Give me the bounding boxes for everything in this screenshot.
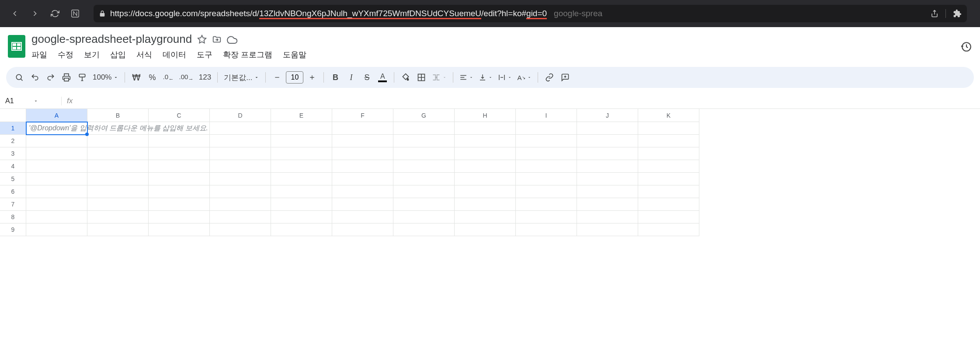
cell[interactable]: [393, 185, 455, 198]
italic-button[interactable]: I: [344, 70, 358, 84]
row-header-4[interactable]: 4: [0, 160, 26, 173]
cell[interactable]: [332, 160, 393, 173]
cell[interactable]: [149, 135, 210, 147]
row-header-7[interactable]: 7: [0, 198, 26, 211]
cell[interactable]: [149, 160, 210, 173]
cell[interactable]: [149, 198, 210, 211]
cell[interactable]: [210, 223, 271, 236]
cell[interactable]: [271, 173, 332, 185]
currency-button[interactable]: ₩: [129, 70, 143, 84]
history-icon[interactable]: [961, 41, 972, 52]
col-header-c[interactable]: C: [149, 109, 210, 122]
col-header-j[interactable]: J: [577, 109, 638, 122]
cell[interactable]: [393, 160, 455, 173]
cell[interactable]: [332, 135, 393, 147]
col-header-d[interactable]: D: [210, 109, 271, 122]
cell[interactable]: [332, 211, 393, 223]
cell[interactable]: [455, 135, 516, 147]
cell[interactable]: [516, 135, 577, 147]
cell[interactable]: [210, 173, 271, 185]
cell[interactable]: [638, 185, 699, 198]
share-icon[interactable]: [931, 10, 938, 17]
row-header-8[interactable]: 8: [0, 211, 26, 223]
insert-comment-button[interactable]: [558, 70, 572, 84]
cell[interactable]: [638, 147, 699, 160]
cell[interactable]: [516, 211, 577, 223]
undo-button[interactable]: [28, 70, 42, 84]
increase-font-button[interactable]: [305, 70, 319, 84]
cell[interactable]: [638, 160, 699, 173]
cell[interactable]: [577, 223, 638, 236]
url-bar[interactable]: https://docs.google.com/spreadsheets/d/1…: [94, 5, 967, 22]
cell[interactable]: [516, 185, 577, 198]
cell[interactable]: [26, 185, 87, 198]
move-folder-icon[interactable]: [212, 35, 222, 44]
menu-format[interactable]: 서식: [136, 49, 152, 60]
menu-extensions[interactable]: 확장 프로그램: [223, 49, 272, 60]
redo-button[interactable]: [44, 70, 58, 84]
cell[interactable]: [149, 173, 210, 185]
cell[interactable]: [577, 211, 638, 223]
sheets-logo[interactable]: [8, 35, 25, 58]
cell[interactable]: [393, 198, 455, 211]
font-dropdown[interactable]: 기본값...: [222, 70, 261, 84]
select-all-corner[interactable]: [0, 109, 26, 122]
cell[interactable]: [87, 223, 149, 236]
cell[interactable]: [332, 173, 393, 185]
cell[interactable]: [516, 198, 577, 211]
cell[interactable]: [26, 135, 87, 147]
cell[interactable]: [332, 223, 393, 236]
text-rotation-button[interactable]: A↘: [515, 70, 533, 84]
cell-a1[interactable]: '@Dropdown'을 입력하여 드롭다운 메뉴를 삽입해 보세요.: [26, 122, 87, 135]
row-header-6[interactable]: 6: [0, 185, 26, 198]
cell[interactable]: [271, 135, 332, 147]
cell[interactable]: [516, 122, 577, 135]
cell[interactable]: [393, 173, 455, 185]
cell[interactable]: [455, 223, 516, 236]
cell[interactable]: [271, 185, 332, 198]
cell[interactable]: [210, 135, 271, 147]
cell[interactable]: [26, 147, 87, 160]
row-header-9[interactable]: 9: [0, 223, 26, 236]
fill-color-button[interactable]: [399, 70, 413, 84]
cell[interactable]: [455, 147, 516, 160]
horizontal-align-button[interactable]: [458, 70, 475, 84]
col-header-g[interactable]: G: [393, 109, 455, 122]
cell[interactable]: [210, 147, 271, 160]
cell[interactable]: [393, 122, 455, 135]
cell[interactable]: [271, 211, 332, 223]
star-icon[interactable]: [197, 35, 207, 44]
cell[interactable]: [87, 173, 149, 185]
cell[interactable]: [516, 160, 577, 173]
col-header-k[interactable]: K: [638, 109, 699, 122]
menu-insert[interactable]: 삽입: [110, 49, 126, 60]
search-icon[interactable]: [12, 70, 26, 84]
extensions-icon[interactable]: [953, 9, 962, 18]
col-header-b[interactable]: B: [87, 109, 149, 122]
cell[interactable]: [87, 147, 149, 160]
percent-button[interactable]: %: [145, 70, 159, 84]
menu-data[interactable]: 데이터: [163, 49, 186, 60]
cell[interactable]: [26, 173, 87, 185]
browser-back[interactable]: [9, 7, 21, 20]
cell[interactable]: [577, 198, 638, 211]
borders-button[interactable]: [414, 70, 428, 84]
paint-format-button[interactable]: [75, 70, 89, 84]
cell[interactable]: [577, 173, 638, 185]
cell[interactable]: [87, 160, 149, 173]
cell[interactable]: [271, 160, 332, 173]
cell[interactable]: [26, 211, 87, 223]
cell[interactable]: [577, 122, 638, 135]
cell[interactable]: [638, 223, 699, 236]
cell[interactable]: [455, 173, 516, 185]
grid-body[interactable]: '@Dropdown'을 입력하여 드롭다운 메뉴를 삽입해 보세요.: [26, 122, 980, 236]
cell[interactable]: [577, 135, 638, 147]
cell[interactable]: [638, 211, 699, 223]
strikethrough-button[interactable]: S: [360, 70, 374, 84]
cell[interactable]: [149, 211, 210, 223]
menu-tools[interactable]: 도구: [197, 49, 212, 60]
cell[interactable]: [149, 147, 210, 160]
cell[interactable]: [271, 122, 332, 135]
cell[interactable]: [516, 147, 577, 160]
doc-title[interactable]: google-spreadsheet-playground: [31, 32, 192, 46]
